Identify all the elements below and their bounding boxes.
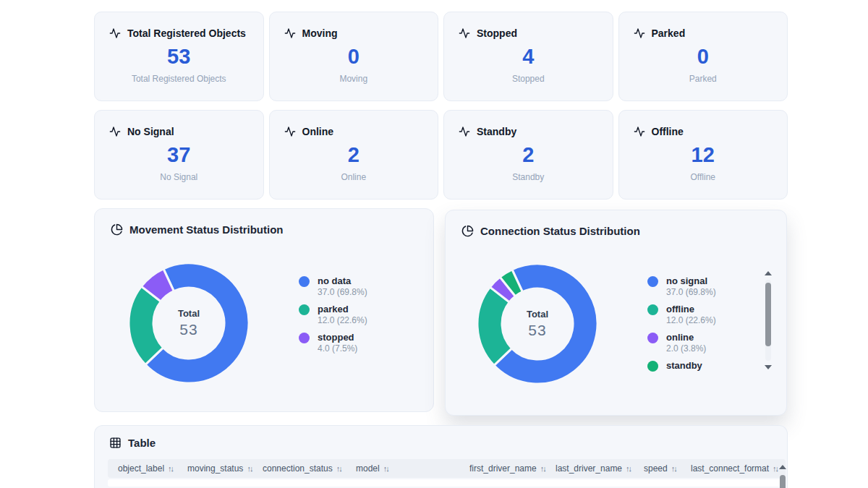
- stat-card-title: Moving: [302, 27, 338, 39]
- legend-marker: [299, 304, 310, 315]
- column-header-first-driver-name[interactable]: first_driver_name↑↓: [469, 463, 556, 474]
- legend-marker: [647, 276, 658, 287]
- sort-icon[interactable]: ↑↓: [247, 464, 252, 473]
- legend-item-no-signal[interactable]: no signal37.0 (69.8%): [647, 275, 763, 298]
- stat-card-title: Online: [302, 126, 334, 137]
- sort-icon[interactable]: ↑↓: [168, 464, 173, 473]
- column-header-moving-status[interactable]: moving_status↑↓: [187, 463, 263, 474]
- stat-card-title: Offline: [652, 126, 684, 137]
- activity-icon: [459, 126, 470, 137]
- stat-card-title: Total Registered Objects: [127, 27, 246, 39]
- activity-icon: [109, 27, 121, 39]
- donut-svg: [476, 262, 599, 385]
- table-row[interactable]: [108, 479, 786, 487]
- stat-card-value: 53: [109, 46, 249, 69]
- donut-chart: Total 53: [127, 262, 250, 385]
- legend-item-online[interactable]: online2.0 (3.8%): [647, 332, 763, 354]
- legend-scrollbar[interactable]: [765, 271, 772, 369]
- chart-legend: no signal37.0 (69.8%)offline12.0 (22.6%)…: [647, 275, 763, 373]
- movement-status-chart-card: Movement Status Distribution Total 53 no…: [94, 208, 434, 412]
- stat-card-standby: Standby2Standby: [443, 110, 613, 200]
- column-header-last-driver-name[interactable]: last_driver_name↑↓: [556, 463, 644, 474]
- stat-card-value: 12: [634, 144, 773, 167]
- stat-card-header: Online: [284, 126, 424, 137]
- scroll-up-icon[interactable]: [765, 271, 772, 275]
- chart-title: Connection Status Distribution: [480, 225, 640, 237]
- chart-card-header: Connection Status Distribution: [446, 210, 786, 237]
- stat-card-header: Stopped: [459, 27, 598, 39]
- table-card-header: Table: [95, 426, 787, 449]
- chart-card-header: Movement Status Distribution: [95, 209, 433, 236]
- legend-value: 37.0 (69.8%): [666, 287, 716, 298]
- column-header-label: last_connect_format: [691, 463, 769, 474]
- stat-card-subtitle: Moving: [284, 74, 424, 84]
- stat-card-subtitle: No Signal: [109, 172, 249, 182]
- legend-item-offline[interactable]: offline12.0 (22.6%): [647, 304, 763, 326]
- table-header-row: object_label↑↓moving_status↑↓connection_…: [108, 459, 786, 478]
- table-scrollbar[interactable]: [779, 465, 786, 488]
- scrollbar-thumb[interactable]: [765, 283, 771, 346]
- connection-status-chart-card: Connection Status Distribution Total 53 …: [445, 210, 787, 416]
- pie-chart-icon: [111, 223, 123, 236]
- column-header-label: object_label: [118, 463, 164, 474]
- legend-label: offline: [666, 304, 716, 315]
- column-header-last-connect-format[interactable]: last_connect_format↑↓: [691, 463, 786, 474]
- sort-icon[interactable]: ↑↓: [671, 464, 676, 473]
- stat-card-header: Standby: [459, 126, 598, 137]
- stat-card-header: Offline: [634, 126, 773, 137]
- stat-card-title: Parked: [652, 27, 686, 39]
- legend-value: 2.0 (3.8%): [666, 372, 706, 373]
- column-header-label: connection_status: [263, 463, 333, 474]
- stat-card-subtitle: Total Registered Objects: [109, 74, 249, 84]
- column-header-object-label[interactable]: object_label↑↓: [118, 463, 187, 474]
- stat-card-title: No Signal: [127, 126, 174, 137]
- scrollbar-thumb[interactable]: [780, 475, 786, 488]
- chart-legend: no data37.0 (69.8%)parked12.0 (22.6%)sto…: [299, 275, 414, 360]
- stat-card-subtitle: Parked: [634, 74, 773, 84]
- stat-card-parked: Parked0Parked: [618, 12, 788, 101]
- legend-label: stopped: [318, 332, 357, 343]
- scroll-up-icon[interactable]: [779, 465, 786, 469]
- pie-chart-icon: [461, 225, 474, 237]
- legend-value: 37.0 (69.8%): [318, 287, 367, 298]
- column-header-model[interactable]: model↑↓: [356, 463, 469, 474]
- dashboard: Total Registered Objects53Total Register…: [0, 0, 868, 488]
- stat-card-value: 0: [284, 46, 424, 69]
- legend-label: standby: [666, 360, 706, 372]
- donut-chart: Total 53: [476, 262, 599, 385]
- sort-icon[interactable]: ↑↓: [626, 464, 631, 473]
- scroll-down-icon[interactable]: [765, 365, 772, 369]
- activity-icon: [284, 27, 296, 39]
- column-header-connection-status[interactable]: connection_status↑↓: [263, 463, 356, 474]
- stat-card-header: Moving: [284, 27, 424, 39]
- stat-card-value: 37: [109, 144, 249, 167]
- column-header-label: speed: [644, 463, 668, 474]
- stat-card-total-registered-objects: Total Registered Objects53Total Register…: [94, 12, 264, 101]
- legend-label: online: [666, 332, 706, 343]
- stat-card-offline: Offline12Offline: [618, 110, 788, 200]
- table-title: Table: [128, 437, 156, 449]
- stat-card-moving: Moving0Moving: [269, 12, 439, 101]
- stat-card-value: 0: [634, 46, 773, 69]
- activity-icon: [459, 27, 470, 39]
- legend-item-stopped[interactable]: stopped4.0 (7.5%): [299, 332, 414, 354]
- activity-icon: [634, 126, 645, 137]
- stat-card-subtitle: Stopped: [459, 74, 598, 84]
- sort-icon[interactable]: ↑↓: [383, 464, 388, 473]
- legend-value: 4.0 (7.5%): [318, 343, 357, 354]
- sort-icon[interactable]: ↑↓: [336, 464, 341, 473]
- stats-grid: Total Registered Objects53Total Register…: [94, 12, 788, 200]
- stat-card-title: Stopped: [477, 27, 517, 39]
- stat-card-header: No Signal: [109, 126, 249, 137]
- sort-icon[interactable]: ↑↓: [773, 464, 778, 473]
- column-header-speed[interactable]: speed↑↓: [644, 463, 691, 474]
- sort-icon[interactable]: ↑↓: [540, 464, 545, 473]
- stat-card-online: Online2Online: [269, 110, 439, 200]
- legend-item-standby[interactable]: standby2.0 (3.8%): [647, 360, 763, 373]
- legend-marker: [647, 304, 658, 315]
- legend-label: no signal: [666, 275, 716, 287]
- legend-item-no-data[interactable]: no data37.0 (69.8%): [299, 275, 414, 298]
- activity-icon: [109, 126, 121, 137]
- activity-icon: [634, 27, 645, 39]
- legend-item-parked[interactable]: parked12.0 (22.6%): [299, 304, 414, 326]
